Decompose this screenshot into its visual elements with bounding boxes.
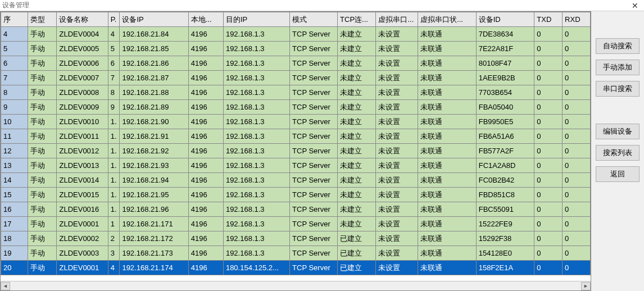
- cell-type[interactable]: 手动: [28, 217, 57, 231]
- cell-rxd[interactable]: 0: [563, 202, 591, 217]
- cell-vcom[interactable]: 未设置: [376, 27, 418, 42]
- cell-lport[interactable]: 4196: [188, 56, 223, 71]
- cell-tcp[interactable]: 已建立: [338, 261, 376, 275]
- cell-mode[interactable]: TCP Server: [290, 129, 338, 144]
- cell-txd[interactable]: 0: [534, 129, 563, 144]
- cell-seq[interactable]: 20: [1, 261, 28, 275]
- cell-type[interactable]: 手动: [28, 129, 57, 144]
- cell-vcom[interactable]: 未设置: [376, 100, 418, 115]
- cell-name[interactable]: ZLDEV0005: [57, 42, 108, 56]
- cell-seq[interactable]: 7: [1, 71, 28, 85]
- column-header[interactable]: TXD: [534, 12, 563, 27]
- cell-tcp[interactable]: 未建立: [338, 56, 376, 71]
- cell-type[interactable]: 手动: [28, 246, 57, 261]
- cell-seq[interactable]: 15: [1, 188, 28, 202]
- cell-vcom[interactable]: 未设置: [376, 261, 418, 275]
- column-header[interactable]: 类型: [28, 12, 57, 27]
- cell-rxd[interactable]: 0: [563, 56, 591, 71]
- cell-dip[interactable]: 192.168.1.3: [223, 27, 289, 42]
- cell-txd[interactable]: 0: [534, 100, 563, 115]
- cell-dip[interactable]: 192.168.1.3: [223, 100, 289, 115]
- cell-mode[interactable]: TCP Server: [290, 115, 338, 129]
- cell-devid[interactable]: 1AEE9B2B: [476, 71, 534, 85]
- cell-txd[interactable]: 0: [534, 42, 563, 56]
- cell-lport[interactable]: 4196: [188, 188, 223, 202]
- cell-p[interactable]: 4: [108, 27, 120, 42]
- column-header[interactable]: 模式: [290, 12, 338, 27]
- cell-txd[interactable]: 0: [534, 158, 563, 173]
- cell-p[interactable]: 1.: [108, 202, 120, 217]
- cell-p[interactable]: 6: [108, 56, 120, 71]
- cell-type[interactable]: 手动: [28, 56, 57, 71]
- cell-lport[interactable]: 4196: [188, 71, 223, 85]
- cell-name[interactable]: ZLDEV0004: [57, 27, 108, 42]
- cell-lport[interactable]: 4196: [188, 261, 223, 275]
- auto-search-button[interactable]: 自动搜索: [596, 38, 640, 54]
- cell-mode[interactable]: TCP Server: [290, 144, 338, 158]
- cell-p[interactable]: 5: [108, 42, 120, 56]
- cell-ip[interactable]: 192.168.21.90: [120, 115, 188, 129]
- cell-devid[interactable]: FBA05040: [476, 100, 534, 115]
- cell-vcom[interactable]: 未设置: [376, 246, 418, 261]
- cell-vstat[interactable]: 未联通: [418, 85, 477, 100]
- cell-type[interactable]: 手动: [28, 115, 57, 129]
- cell-tcp[interactable]: 未建立: [338, 144, 376, 158]
- cell-name[interactable]: ZLDEV0008: [57, 85, 108, 100]
- cell-name[interactable]: ZLDEV0014: [57, 173, 108, 188]
- cell-txd[interactable]: 0: [534, 56, 563, 71]
- cell-rxd[interactable]: 0: [563, 231, 591, 246]
- cell-type[interactable]: 手动: [28, 100, 57, 115]
- cell-p[interactable]: 2: [108, 231, 120, 246]
- cell-type[interactable]: 手动: [28, 42, 57, 56]
- cell-p[interactable]: 7: [108, 71, 120, 85]
- cell-dip[interactable]: 192.168.1.3: [223, 202, 289, 217]
- cell-name[interactable]: ZLDEV0009: [57, 100, 108, 115]
- cell-dip[interactable]: 192.168.1.3: [223, 246, 289, 261]
- search-list-button[interactable]: 搜索列表: [596, 145, 640, 161]
- cell-vstat[interactable]: 未联通: [418, 115, 477, 129]
- cell-tcp[interactable]: 未建立: [338, 71, 376, 85]
- cell-lport[interactable]: 4196: [188, 231, 223, 246]
- cell-tcp[interactable]: 未建立: [338, 27, 376, 42]
- cell-vcom[interactable]: 未设置: [376, 42, 418, 56]
- table-header-row[interactable]: 序类型设备名称P.设备IP本地...目的IP模式TCP连...虚拟串口...虚拟…: [1, 12, 591, 27]
- cell-dip[interactable]: 192.168.1.3: [223, 56, 289, 71]
- table-row[interactable]: 14手动ZLDEV00141.192.168.21.944196192.168.…: [1, 173, 591, 188]
- cell-vstat[interactable]: 未联通: [418, 202, 477, 217]
- cell-devid[interactable]: FB9950E5: [476, 115, 534, 129]
- cell-tcp[interactable]: 未建立: [338, 115, 376, 129]
- cell-rxd[interactable]: 0: [563, 144, 591, 158]
- cell-txd[interactable]: 0: [534, 246, 563, 261]
- cell-vstat[interactable]: 未联通: [418, 231, 477, 246]
- cell-tcp[interactable]: 未建立: [338, 42, 376, 56]
- cell-vcom[interactable]: 未设置: [376, 85, 418, 100]
- cell-vstat[interactable]: 未联通: [418, 158, 477, 173]
- column-header[interactable]: TCP连...: [338, 12, 376, 27]
- cell-vstat[interactable]: 未联通: [418, 42, 477, 56]
- cell-lport[interactable]: 4196: [188, 144, 223, 158]
- table-row[interactable]: 9手动ZLDEV00099192.168.21.894196192.168.1.…: [1, 100, 591, 115]
- cell-name[interactable]: ZLDEV0013: [57, 158, 108, 173]
- cell-rxd[interactable]: 0: [563, 71, 591, 85]
- cell-rxd[interactable]: 0: [563, 261, 591, 275]
- cell-ip[interactable]: 192.168.21.89: [120, 100, 188, 115]
- cell-devid[interactable]: 7DE38634: [476, 27, 534, 42]
- cell-dip[interactable]: 192.168.1.3: [223, 71, 289, 85]
- column-header[interactable]: 虚拟串口状...: [418, 12, 477, 27]
- cell-ip[interactable]: 192.168.21.91: [120, 129, 188, 144]
- cell-vstat[interactable]: 未联通: [418, 71, 477, 85]
- cell-dip[interactable]: 180.154.125.2...: [223, 261, 289, 275]
- cell-mode[interactable]: TCP Server: [290, 42, 338, 56]
- cell-name[interactable]: ZLDEV0007: [57, 71, 108, 85]
- cell-mode[interactable]: TCP Server: [290, 158, 338, 173]
- cell-mode[interactable]: TCP Server: [290, 71, 338, 85]
- cell-p[interactable]: 1.: [108, 129, 120, 144]
- table-row[interactable]: 15手动ZLDEV00151.192.168.21.954196192.168.…: [1, 188, 591, 202]
- cell-rxd[interactable]: 0: [563, 27, 591, 42]
- cell-devid[interactable]: 80108F47: [476, 56, 534, 71]
- cell-ip[interactable]: 192.168.21.92: [120, 144, 188, 158]
- cell-lport[interactable]: 4196: [188, 173, 223, 188]
- cell-type[interactable]: 手动: [28, 27, 57, 42]
- cell-p[interactable]: 1.: [108, 115, 120, 129]
- table-row[interactable]: 6手动ZLDEV00066192.168.21.864196192.168.1.…: [1, 56, 591, 71]
